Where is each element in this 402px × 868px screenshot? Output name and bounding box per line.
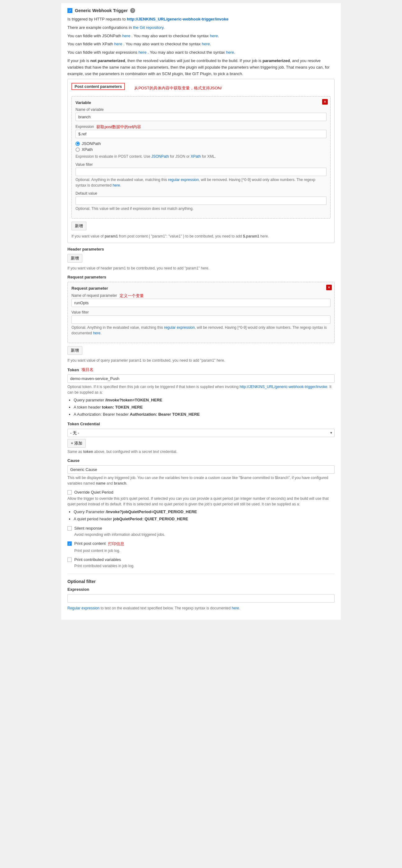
webhook-trigger-checkbox[interactable]: ✓ bbox=[67, 8, 73, 13]
variable-name-input[interactable] bbox=[76, 113, 326, 121]
value-filter-hint: Optional. Anything in the evaluated valu… bbox=[76, 177, 326, 188]
post-content-title: Post content parameters bbox=[71, 83, 125, 90]
token-credential-select-wrapper: - 无 - ▾ bbox=[67, 429, 335, 437]
optional-filter-section: Optional filter Expression Regular expre… bbox=[67, 579, 335, 611]
optional-expression-input[interactable] bbox=[67, 594, 335, 602]
add-credential-btn[interactable]: + 添加 bbox=[67, 439, 86, 448]
quiet-bullet-1: Query Parameter /invoke?jobQuietPeriod=Q… bbox=[74, 509, 335, 515]
token-title: Token bbox=[67, 368, 79, 372]
request-param-name-input[interactable] bbox=[71, 299, 331, 307]
print-contributed-checkbox[interactable] bbox=[67, 558, 72, 562]
regex-fiddle-info: You can fiddle with regular expressions … bbox=[67, 49, 335, 56]
add-post-param-btn[interactable]: 新增 bbox=[71, 222, 86, 230]
add-header-param-btn[interactable]: 新增 bbox=[67, 254, 82, 262]
jsonpath-radio-circle[interactable] bbox=[76, 142, 80, 146]
request-param-name-group: Name of request parameter 定义一个变量 bbox=[71, 293, 331, 307]
xpath-syntax-link1[interactable]: here bbox=[202, 41, 210, 46]
regex-doc-link3[interactable]: here bbox=[232, 606, 239, 610]
post-content-section: Post content parameters 从POST的具体内容中获取变量，… bbox=[67, 79, 335, 243]
value-filter-input[interactable] bbox=[76, 168, 326, 176]
regex-link2[interactable]: regular expression bbox=[164, 326, 195, 330]
print-post-content-annotation: 打印信息 bbox=[108, 541, 124, 547]
variable-name-label: Name of variable bbox=[76, 107, 326, 112]
quiet-bullet-2: A quiet period header jobQuietPeriod: QU… bbox=[74, 516, 335, 523]
print-post-content-checkbox[interactable]: ✓ bbox=[67, 541, 72, 546]
request-value-filter-label: Value filter bbox=[71, 310, 331, 314]
xpath-radio-item[interactable]: XPath bbox=[76, 147, 326, 152]
post-content-param-box: Variable ✕ Name of variable Expression 获… bbox=[71, 96, 331, 219]
jsonpath-fiddle-info: You can fiddle with JSONPath here . You … bbox=[67, 33, 335, 39]
git-repo-link[interactable]: the Git repository bbox=[133, 25, 164, 30]
xpath-radio-circle[interactable] bbox=[76, 148, 80, 152]
optional-filter-title: Optional filter bbox=[67, 579, 335, 584]
override-quiet-period-checkbox[interactable] bbox=[67, 490, 72, 495]
variable-box-close-btn[interactable]: ✕ bbox=[322, 99, 328, 104]
xpath-fiddle-info: You can fiddle with XPath here . You may… bbox=[67, 41, 335, 48]
jsonpath-syntax-link1[interactable]: here bbox=[210, 34, 218, 38]
add-request-param-btn[interactable]: 新增 bbox=[67, 346, 82, 355]
expression-input[interactable] bbox=[76, 130, 326, 138]
trigger-url-link[interactable]: http://JENKINS_URL/generic-webhook-trigg… bbox=[127, 17, 228, 22]
xpath-hint-link[interactable]: XPath bbox=[191, 154, 201, 159]
silent-response-note: Avoid responding with information about … bbox=[74, 532, 335, 537]
header-params-title: Header parameters bbox=[67, 247, 335, 251]
override-quiet-period-label: Override Quiet Period bbox=[74, 490, 113, 495]
value-filter-group: Value filter Optional. Anything in the e… bbox=[76, 162, 326, 188]
jsonpath-hint-link[interactable]: JSONPath bbox=[151, 154, 169, 159]
print-contributed-note: Print contributed variables in job log. bbox=[74, 563, 335, 569]
print-contributed-label: Print contributed variables bbox=[74, 557, 121, 562]
header-params-note: If you want value of header param1 to be… bbox=[67, 266, 335, 271]
help-icon[interactable]: ? bbox=[130, 8, 135, 13]
parameterized-note: If your job is not parameterized, then t… bbox=[67, 58, 335, 77]
variable-box-title: Variable bbox=[76, 100, 326, 105]
request-value-filter-hint: Optional. Anything in the evaluated valu… bbox=[71, 325, 331, 336]
regex-syntax-link1[interactable]: here bbox=[226, 50, 234, 55]
token-invoke-url[interactable]: http://JENKINS_URL/generic-webhook-trigg… bbox=[239, 385, 327, 389]
title-row: ✓ Generic Webhook Trigger ? bbox=[67, 8, 335, 13]
token-credential-note: Same as token above, but configured with… bbox=[67, 449, 335, 455]
expression-label: Expression bbox=[76, 124, 94, 129]
post-content-annotation: 从POST的具体内容中获取变量，格式支持JSON/ bbox=[134, 85, 222, 91]
cause-section: Cause This will be displayed in any trig… bbox=[67, 458, 335, 486]
jsonpath-radio-item[interactable]: JSONPath bbox=[76, 141, 326, 146]
expression-group: Expression 获取post数据中的ref内容 bbox=[76, 124, 326, 138]
regex-doc-link1[interactable]: here bbox=[112, 183, 120, 187]
regex-doc-link2[interactable]: here bbox=[93, 331, 100, 335]
xpath-fiddle-link1[interactable]: here bbox=[114, 41, 122, 46]
jsonpath-fiddle-link1[interactable]: here bbox=[122, 34, 131, 38]
request-params-title: Request parameters bbox=[67, 275, 335, 279]
token-credential-section: Token Credential - 无 - ▾ + 添加 Same as to… bbox=[67, 422, 335, 455]
default-value-label: Default value bbox=[76, 191, 326, 195]
request-value-filter-input[interactable] bbox=[71, 315, 331, 324]
regex-fiddle-link1[interactable]: here bbox=[139, 50, 147, 55]
token-section: Token 项目名 Optional token. If it is speci… bbox=[67, 367, 335, 417]
token-input[interactable] bbox=[67, 374, 335, 383]
silent-response-checkbox[interactable] bbox=[67, 526, 72, 531]
silent-response-item: Silent response bbox=[67, 526, 335, 531]
trigger-url-info: Is triggered by HTTP requests to http://… bbox=[67, 16, 335, 23]
print-post-content-note: Print post content in job log. bbox=[74, 548, 335, 554]
cause-input[interactable] bbox=[67, 465, 335, 474]
override-quiet-period-note: Allow the trigger to override this job's… bbox=[67, 496, 335, 507]
request-param-box: Request parameter ✕ Name of request para… bbox=[67, 282, 335, 343]
print-contributed-item: Print contributed variables bbox=[67, 557, 335, 562]
value-filter-label: Value filter bbox=[76, 162, 326, 167]
print-post-content-item: ✓ Print post content 打印信息 bbox=[67, 541, 335, 547]
request-param-box-title: Request parameter bbox=[71, 286, 331, 290]
silent-response-section: Silent response Avoid responding with in… bbox=[67, 526, 335, 537]
default-value-hint: Optional. This value will be used if exp… bbox=[76, 206, 326, 211]
cause-title: Cause bbox=[67, 458, 335, 463]
regex-link1[interactable]: regular expression bbox=[168, 178, 199, 182]
print-post-content-label: Print post content bbox=[74, 541, 106, 546]
token-annotation: 项目名 bbox=[81, 367, 93, 373]
regex-link3[interactable]: Regular expression bbox=[67, 606, 99, 610]
expression-hint: Expression to evaluate in POST content. … bbox=[76, 154, 326, 159]
override-quiet-bullets: Query Parameter /invoke?jobQuietPeriod=Q… bbox=[74, 509, 335, 523]
token-credential-select[interactable]: - 无 - bbox=[67, 429, 335, 437]
default-value-input[interactable] bbox=[76, 196, 326, 205]
expression-field-label: Expression bbox=[67, 587, 335, 592]
request-param-close-btn[interactable]: ✕ bbox=[326, 285, 332, 290]
silent-response-label: Silent response bbox=[74, 526, 102, 531]
main-container: ✓ Generic Webhook Trigger ? Is triggered… bbox=[61, 3, 341, 620]
variable-name-group: Name of variable bbox=[76, 107, 326, 121]
